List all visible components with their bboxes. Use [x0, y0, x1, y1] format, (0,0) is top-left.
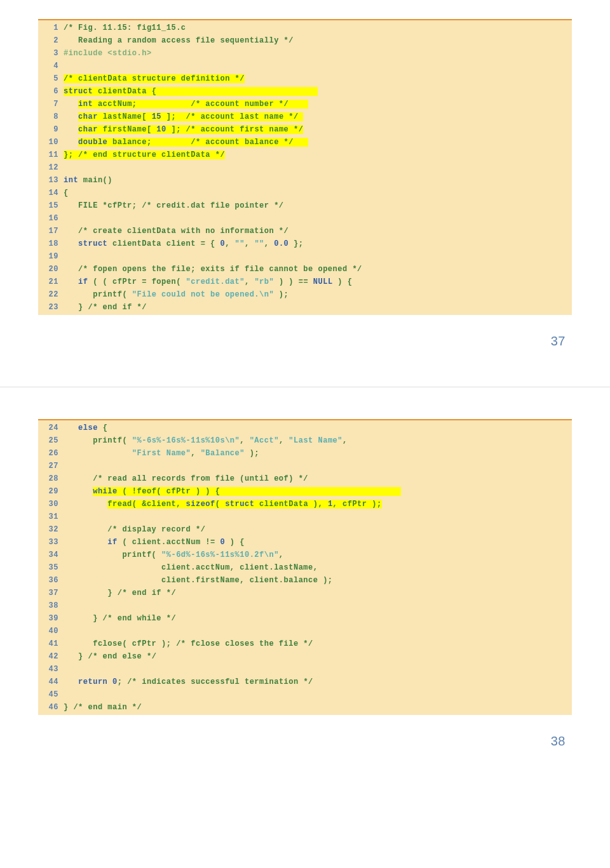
code-line: 31	[38, 511, 572, 523]
code-segment: /* credit.dat file pointer */	[142, 201, 283, 210]
code-content: /* create clientData with no information…	[64, 225, 572, 237]
line-number: 10	[38, 136, 64, 149]
code-segment: }	[64, 614, 103, 623]
code-segment: }	[64, 589, 118, 598]
code-segment: while	[93, 487, 122, 496]
line-number: 29	[38, 485, 64, 498]
code-line: 35 client.acctNum, client.lastName,	[38, 561, 572, 574]
code-segment: 1	[328, 500, 333, 509]
line-number: 42	[38, 650, 64, 663]
code-segment: /* end if */	[88, 303, 147, 312]
code-segment: /* fclose closes the file */	[176, 639, 313, 648]
code-segment: 15	[152, 112, 161, 121]
code-content: } /* end if */	[64, 587, 572, 599]
code-segment: ""	[254, 239, 264, 248]
code-content: client.acctNum, client.lastName,	[64, 561, 572, 574]
line-number: 5	[38, 72, 64, 85]
code-segment: ""	[235, 239, 245, 248]
code-segment: );	[245, 449, 259, 458]
code-block-2: 24 else {25 printf( "%-6s%-16s%-11s%10s\…	[38, 419, 572, 715]
code-line: 41 fclose( cfPtr ); /* fclose closes the…	[38, 638, 572, 650]
code-segment	[64, 277, 78, 286]
code-segment: double	[78, 138, 112, 147]
code-segment: ,	[225, 239, 234, 248]
line-number: 4	[38, 60, 64, 72]
code-content: /* display record */	[64, 523, 572, 536]
line-number: 18	[38, 237, 64, 250]
code-segment	[64, 449, 132, 458]
code-segment: main()	[83, 176, 112, 185]
code-segment	[64, 112, 78, 121]
code-segment	[64, 487, 93, 496]
code-segment: ,	[279, 551, 284, 559]
line-number: 38	[38, 599, 64, 612]
code-segment: clientData ),	[259, 500, 328, 509]
code-line: 30 fread( &client, sizeof( struct client…	[38, 498, 572, 511]
code-segment: return	[78, 678, 112, 686]
code-segment: /* end while */	[103, 614, 177, 623]
code-segment: clientData {	[98, 87, 318, 96]
code-content: fclose( cfPtr ); /* fclose closes the fi…	[64, 638, 572, 650]
line-number: 44	[38, 676, 64, 688]
code-segment: ,	[342, 436, 348, 445]
line-number: 37	[38, 587, 64, 599]
line-number: 9	[38, 123, 64, 136]
code-content: fread( &client, sizeof( struct clientDat…	[64, 498, 572, 511]
code-segment: }	[64, 303, 88, 312]
code-segment: client.firstName, client.balance );	[64, 576, 333, 585]
line-number: 33	[38, 536, 64, 549]
line-number: 41	[38, 638, 64, 650]
code-segment: char	[78, 125, 103, 134]
code-content: int main()	[64, 174, 572, 187]
code-block-1: 1/* Fig. 11.15: fig11_15.c2 Reading a ra…	[38, 19, 572, 315]
code-segment: acctNum;	[98, 100, 191, 109]
code-segment: char	[78, 112, 103, 121]
line-number: 46	[38, 701, 64, 714]
code-segment	[64, 500, 107, 509]
page-number-1: 37	[38, 334, 572, 349]
code-segment: clientData client = {	[112, 239, 220, 248]
code-segment: "Balance"	[201, 449, 245, 458]
code-segment: "credit.dat"	[186, 277, 245, 286]
code-content: printf( "%-6s%-16s%-11s%10s\n", "Acct", …	[64, 434, 572, 447]
line-number: 39	[38, 612, 64, 625]
code-segment: Reading a random access file sequentiall…	[64, 36, 294, 45]
code-line: 20 /* fopen opens the file; exits if fil…	[38, 263, 572, 276]
code-line: 11}; /* end structure clientData */	[38, 149, 572, 161]
code-segment: /* account last name */	[186, 112, 304, 121]
line-number: 36	[38, 574, 64, 587]
slide-1: 1/* Fig. 11.15: fig11_15.c2 Reading a ra…	[0, 0, 610, 374]
code-segment: ,	[240, 436, 249, 445]
line-number: 20	[38, 263, 64, 276]
code-line: 19	[38, 250, 572, 263]
code-segment: ,	[264, 239, 274, 248]
code-segment: int	[64, 176, 83, 185]
code-segment: int	[78, 100, 98, 109]
code-content: printf( "%-6d%-16s%-11s%10.2f\n",	[64, 549, 572, 561]
code-line: 13int main()	[38, 174, 572, 187]
code-segment: 0.0	[274, 239, 288, 248]
line-number: 8	[38, 110, 64, 123]
code-segment: "Last Name"	[288, 436, 342, 445]
code-segment: struct	[64, 87, 98, 96]
code-line: 34 printf( "%-6d%-16s%-11s%10.2f\n",	[38, 549, 572, 561]
code-segment	[64, 100, 78, 109]
code-segment: /* end main */	[73, 703, 142, 712]
code-segment	[64, 265, 78, 274]
code-segment: /* end if */	[118, 589, 176, 598]
code-content: } /* end if */	[64, 301, 572, 314]
code-segment: /* indicates successful termination */	[127, 678, 313, 686]
code-line: 3#include <stdio.h>	[38, 47, 572, 60]
code-segment: if	[78, 277, 93, 286]
code-segment	[64, 474, 93, 483]
line-number: 23	[38, 301, 64, 314]
code-content: int acctNum; /* account number */	[64, 98, 572, 110]
code-content: }; /* end structure clientData */	[64, 149, 572, 161]
code-segment: "rb"	[254, 277, 274, 286]
code-line: 15 FILE *cfPtr; /* credit.dat file point…	[38, 199, 572, 212]
code-segment: /* clientData structure definition */	[64, 74, 245, 83]
code-segment: , cfPtr );	[333, 500, 382, 509]
code-segment: printf(	[64, 436, 132, 445]
code-line: 10 double balance; /* account balance */	[38, 136, 572, 149]
code-line: 18 struct clientData client = { 0, "", "…	[38, 237, 572, 250]
